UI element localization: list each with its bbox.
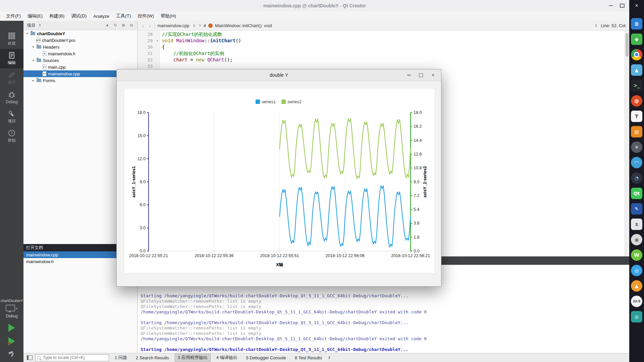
menu-build[interactable]: 构建(B) — [46, 11, 68, 21]
taskbar-icon-gallery[interactable]: ▲ — [631, 64, 642, 76]
forward-icon[interactable]: › — [148, 23, 152, 28]
code-line[interactable]: 32 chart = new QChart(); — [138, 57, 625, 63]
mode-debug[interactable]: Debug — [0, 88, 23, 107]
code-line[interactable]: 29▾void MainWindow::initChart() — [138, 38, 625, 44]
mode-projects[interactable]: 项目 — [0, 107, 23, 127]
pane-button-compile-output[interactable]: 4 编译输出 — [213, 354, 240, 362]
tree-item-mainwindow-h[interactable]: h mainwindow.h — [23, 50, 137, 57]
menu-tools[interactable]: 工具(T) — [113, 11, 134, 21]
pane-button-search-results[interactable]: 2 Search Results — [133, 354, 172, 361]
hash-icon[interactable]: # — [204, 23, 206, 28]
desktop-dock: × ⊞◆▲>_@T▤✳◠◔Qt✎±◉W◎▲22:5◎ — [629, 0, 644, 362]
taskbar-icon-green-app[interactable]: W — [631, 249, 642, 261]
dialog-maximize-button[interactable] — [415, 69, 427, 81]
mode-welcome-label: 欢迎 — [8, 41, 16, 46]
pane-button-app-output[interactable]: 3 应用程序输出 — [175, 354, 211, 362]
tree-item-sources[interactable]: ▾ Sources — [23, 57, 137, 64]
open-file-dropdown[interactable]: mainwindow.cpp — [157, 23, 189, 28]
minimize-button[interactable] — [605, 0, 616, 11]
line-column-indicator: Line: 52, Col: — [601, 23, 627, 28]
dialog-close-button[interactable]: × — [427, 69, 439, 81]
svg-text:12.0: 12.0 — [138, 157, 146, 161]
mode-design[interactable]: 设计 — [0, 68, 23, 88]
svg-text:axisY_1-series1: axisY_1-series1 — [131, 166, 136, 198]
svg-text:axisY_2-series2: axisY_2-series2 — [423, 166, 427, 198]
taskbar-icon-screenshot-tool[interactable]: ◎ — [631, 311, 642, 322]
output-panes-arrows-icon[interactable]: ⇕ — [328, 356, 331, 360]
mode-edit[interactable]: 编辑 — [0, 49, 23, 68]
taskbar-icon-debian[interactable]: @ — [631, 95, 642, 107]
taskbar-icon-software-store[interactable]: ◆ — [631, 34, 642, 45]
svg-text:2018-10-12 22:55:21: 2018-10-12 22:55:21 — [129, 253, 168, 258]
fold-marker — [155, 57, 160, 63]
svg-text:10.8: 10.8 — [414, 166, 422, 170]
menu-window[interactable]: 控件(W) — [134, 11, 157, 21]
chart-view: 2018-10-12 22:55:212018-10-12 22:55:3620… — [124, 88, 435, 274]
tree-item-pro-file[interactable]: pro chartDoubleY.pro — [23, 37, 137, 44]
taskbar-icon-chrome[interactable] — [631, 49, 642, 60]
dialog-minimize-button[interactable] — [403, 69, 415, 81]
menu-analyze[interactable]: Analyze — [90, 11, 113, 21]
locator[interactable] — [35, 354, 109, 361]
svg-text:18.0: 18.0 — [414, 110, 422, 115]
taskbar-icon-cloud-app[interactable]: ◠ — [631, 157, 642, 168]
titlebar[interactable]: mainwindow.cpp @ chartDoubleY - Qt Creat… — [0, 0, 629, 12]
menu-edit[interactable]: 编辑(E) — [24, 11, 46, 21]
taskbar-icon-wifi-tool[interactable]: ◎ — [631, 265, 642, 276]
pane-button-debugger-console[interactable]: 5 Debugger Console — [243, 354, 289, 361]
pane-button-test-results[interactable]: 8 Test Results — [292, 354, 325, 361]
fold-marker[interactable]: ▾ — [155, 38, 160, 44]
menu-help[interactable]: 帮助(H) — [157, 11, 179, 21]
filter-icon[interactable]: ▼ — [104, 23, 111, 27]
dialog-titlebar[interactable]: double Y × — [117, 69, 441, 81]
taskbar-icon-launcher[interactable]: ⊞ — [631, 18, 642, 29]
taskbar-icon-text-editor[interactable]: T — [631, 111, 642, 122]
taskbar-icon-calculator[interactable]: ± — [631, 219, 642, 230]
target-selector[interactable]: ▸ — [6, 305, 18, 311]
editor-scrollbar[interactable] — [625, 31, 629, 256]
pane-title[interactable]: 项目 — [25, 22, 37, 28]
close-document-icon[interactable]: × — [199, 23, 201, 28]
close-button[interactable]: × — [629, 0, 644, 11]
scrollbar-thumb[interactable] — [626, 33, 629, 57]
linecol-arrows-icon[interactable]: ⇕ — [594, 24, 598, 27]
taskbar-icon-dev-tool[interactable]: ✎ — [631, 203, 642, 215]
back-icon[interactable]: ‹ — [141, 23, 145, 28]
taskbar-icon-settings[interactable]: ✳ — [631, 141, 642, 153]
code-line[interactable]: 31 //初始化QChart的实例 — [138, 50, 625, 57]
symbol-dropdown[interactable]: MainWindow::initChart(): void — [215, 23, 272, 28]
design-pencil-icon — [8, 71, 15, 78]
tree-item-project-root[interactable]: ▾ chartDoubleY — [23, 30, 137, 37]
pane-selector-arrows[interactable]: ⇕ — [38, 23, 42, 27]
code-line[interactable]: 30{ — [138, 44, 625, 50]
edit-document-icon — [8, 52, 15, 59]
file-dropdown-arrows[interactable]: ⇕ — [192, 24, 196, 27]
sidebar-toggle-icon[interactable] — [27, 355, 33, 360]
run-button[interactable] — [8, 324, 15, 332]
pane-button-issues[interactable]: 1 问题 — [112, 354, 130, 362]
tree-item-headers[interactable]: ▾ Headers — [23, 44, 137, 50]
code-line[interactable]: 33 — [138, 63, 625, 69]
locator-input[interactable] — [42, 355, 101, 360]
menu-file[interactable]: 文件(F) — [3, 11, 24, 21]
collapse-icon[interactable]: ⊟ — [128, 23, 135, 27]
taskbar-icon-clock[interactable]: 22:5 — [631, 296, 642, 307]
line-number: 29 — [138, 38, 155, 44]
taskbar-icon-qt-creator[interactable]: Qt — [631, 188, 642, 199]
maximize-button[interactable] — [616, 0, 628, 11]
mode-help[interactable]: ? 帮助 — [0, 127, 23, 146]
menu-debug[interactable]: 调试(D) — [68, 11, 90, 21]
debug-run-button[interactable] — [8, 337, 15, 345]
taskbar-icon-terminal[interactable]: >_ — [631, 80, 642, 91]
taskbar-icon-browser[interactable]: ◉ — [631, 234, 642, 245]
mode-welcome[interactable]: 欢迎 — [0, 29, 23, 49]
taskbar-icon-file-manager[interactable]: ▤ — [631, 126, 642, 137]
taskbar-icon-uploader[interactable]: ▲ — [631, 280, 642, 292]
split-icon[interactable]: ⊞ — [120, 23, 127, 27]
svg-text:5.4: 5.4 — [414, 207, 419, 212]
project-icon — [31, 32, 35, 35]
build-button[interactable] — [8, 350, 16, 359]
sync-icon[interactable]: ↻ — [112, 23, 119, 27]
code-line[interactable]: 28//实现QChart的初始化函数 — [138, 31, 625, 38]
taskbar-icon-system-monitor[interactable]: ◔ — [631, 172, 642, 184]
